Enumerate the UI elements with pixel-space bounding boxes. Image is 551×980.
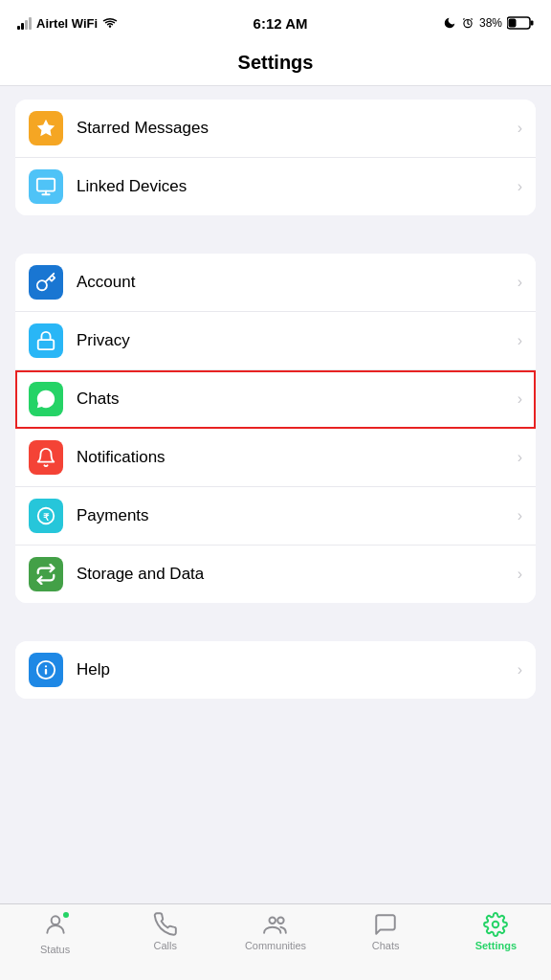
svg-text:₹: ₹ [43,512,50,523]
chats-item[interactable]: Chats › [15,370,536,429]
payments-item[interactable]: ₹ Payments › [15,487,536,546]
svg-rect-5 [37,179,55,191]
starred-icon [29,111,63,145]
nav-communities-label: Communities [245,940,306,951]
star-svg [35,118,56,139]
communities-nav-icon [263,912,288,937]
chats-nav-icon [373,912,398,937]
bell-svg [35,447,56,468]
settings-group-3: Help › [15,641,536,699]
help-item[interactable]: Help › [15,641,536,699]
svg-point-0 [109,25,111,27]
nav-chats-label: Chats [372,940,400,951]
notifications-label: Notifications [77,448,518,467]
calls-nav-icon [153,912,178,937]
chevron-right-icon: › [518,566,522,583]
account-item[interactable]: Account › [15,254,536,312]
clock: 6:12 AM [253,15,308,32]
storage-item[interactable]: Storage and Data › [15,546,536,603]
account-icon [29,265,63,300]
privacy-icon [29,323,63,358]
help-icon [29,653,63,687]
rupee-svg: ₹ [35,505,56,526]
settings-group-1: Starred Messages › Linked Devices › [15,100,536,215]
wifi-icon [102,17,118,29]
bottom-nav: Status Calls Communities Chats Settings [0,903,551,980]
status-bar: Airtel WiFi 6:12 AM 38% [0,0,551,42]
help-label: Help [77,660,518,679]
settings-nav-icon [483,912,508,937]
svg-rect-3 [530,21,533,26]
key-svg [35,272,56,293]
info-svg [35,659,56,680]
svg-rect-4 [508,19,516,28]
starred-messages-item[interactable]: Starred Messages › [15,100,536,158]
starred-messages-label: Starred Messages [77,119,518,138]
nav-settings[interactable]: Settings [457,912,534,951]
svg-point-13 [269,917,276,924]
payments-icon: ₹ [29,499,63,533]
linked-icon [29,169,63,204]
chevron-right-icon: › [518,507,522,524]
battery-icon [507,16,534,30]
chevron-right-icon: › [518,332,522,349]
storage-label: Storage and Data [77,565,518,584]
account-label: Account [77,273,518,292]
signal-icon [17,17,32,30]
lock-svg [35,330,56,351]
notifications-item[interactable]: Notifications › [15,429,536,487]
linked-devices-item[interactable]: Linked Devices › [15,158,536,215]
carrier-name: Airtel WiFi [36,16,98,31]
settings-section-2: Account › Privacy › [0,244,551,632]
privacy-label: Privacy [77,331,518,350]
payments-label: Payments [77,506,518,525]
chats-icon [29,382,63,416]
arrows-svg [35,564,56,585]
chevron-right-icon: › [518,274,522,291]
privacy-item[interactable]: Privacy › [15,312,536,370]
settings-section-3: Help › [0,632,551,727]
settings-section-1: Starred Messages › Linked Devices › [0,90,551,244]
nav-communities[interactable]: Communities [237,912,314,951]
page-title: Settings [0,42,551,86]
chevron-right-icon: › [518,390,522,408]
svg-point-14 [277,917,284,924]
status-dot [61,910,71,920]
svg-point-12 [51,916,59,924]
nav-calls-label: Calls [154,940,177,951]
nav-status-label: Status [40,944,70,955]
system-indicators: 38% [443,16,534,30]
monitor-svg [35,176,56,197]
carrier-signal: Airtel WiFi [17,16,118,31]
chats-label: Chats [77,390,518,409]
chevron-right-icon: › [518,661,522,679]
linked-devices-label: Linked Devices [77,177,518,196]
battery-text: 38% [479,16,502,30]
svg-rect-6 [38,340,55,349]
chevron-right-icon: › [518,120,522,137]
nav-chats[interactable]: Chats [347,912,424,951]
chevron-right-icon: › [518,178,522,195]
moon-icon [443,16,456,30]
chevron-right-icon: › [518,449,522,466]
settings-group-2: Account › Privacy › [15,254,536,603]
nav-settings-label: Settings [475,940,517,951]
alarm-icon [461,16,474,30]
nav-calls[interactable]: Calls [127,912,204,951]
page-content: Starred Messages › Linked Devices › [0,86,551,813]
nav-status[interactable]: Status [17,912,94,955]
whatsapp-svg [35,389,56,410]
storage-icon [29,557,63,591]
notifications-icon [29,440,63,475]
svg-point-15 [493,922,499,928]
